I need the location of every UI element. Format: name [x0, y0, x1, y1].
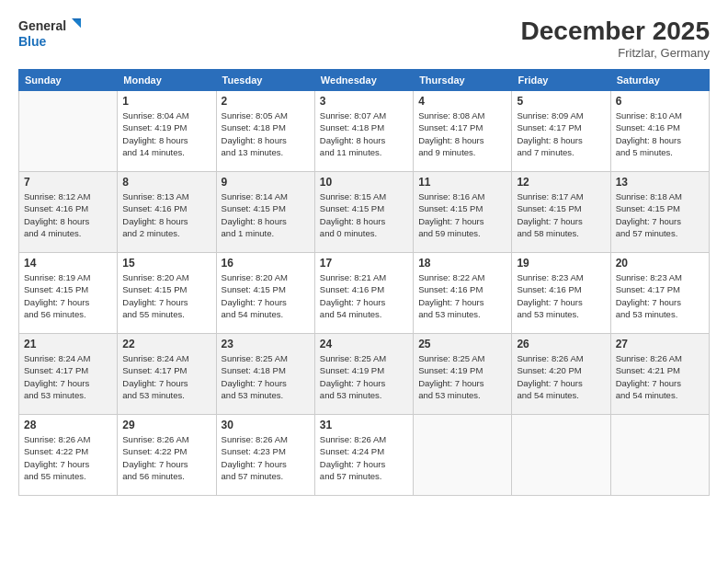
day-info: Sunrise: 8:10 AMSunset: 4:16 PMDaylight:… [616, 109, 704, 158]
day-number: 4 [418, 95, 506, 108]
calendar-cell: 21Sunrise: 8:24 AMSunset: 4:17 PMDayligh… [19, 334, 118, 415]
day-info: Sunrise: 8:24 AMSunset: 4:17 PMDaylight:… [122, 352, 210, 401]
calendar-cell: 20Sunrise: 8:23 AMSunset: 4:17 PMDayligh… [610, 253, 709, 334]
day-info: Sunrise: 8:26 AMSunset: 4:22 PMDaylight:… [24, 433, 112, 482]
day-info: Sunrise: 8:26 AMSunset: 4:23 PMDaylight:… [222, 433, 310, 482]
day-info: Sunrise: 8:23 AMSunset: 4:17 PMDaylight:… [616, 271, 704, 320]
day-info: Sunrise: 8:13 AMSunset: 4:16 PMDaylight:… [122, 190, 210, 239]
calendar-cell: 27Sunrise: 8:26 AMSunset: 4:21 PMDayligh… [610, 334, 709, 415]
day-number: 29 [122, 419, 210, 431]
svg-text:Blue: Blue [18, 34, 47, 49]
day-info: Sunrise: 8:19 AMSunset: 4:15 PMDaylight:… [24, 271, 112, 320]
day-info: Sunrise: 8:22 AMSunset: 4:16 PMDaylight:… [418, 271, 506, 320]
day-info: Sunrise: 8:21 AMSunset: 4:16 PMDaylight:… [320, 271, 408, 320]
day-number: 24 [320, 338, 408, 350]
day-number: 23 [222, 338, 310, 350]
day-info: Sunrise: 8:05 AMSunset: 4:18 PMDaylight:… [222, 109, 310, 158]
day-info: Sunrise: 8:25 AMSunset: 4:19 PMDaylight:… [320, 352, 408, 401]
calendar-cell: 12Sunrise: 8:17 AMSunset: 4:15 PMDayligh… [512, 172, 610, 253]
day-info: Sunrise: 8:20 AMSunset: 4:15 PMDaylight:… [222, 271, 310, 320]
col-sunday: Sunday [19, 70, 118, 91]
col-tuesday: Tuesday [216, 70, 314, 91]
calendar-week-row: 7Sunrise: 8:12 AMSunset: 4:16 PMDaylight… [19, 172, 710, 253]
col-friday: Friday [512, 70, 610, 91]
day-info: Sunrise: 8:15 AMSunset: 4:15 PMDaylight:… [320, 190, 408, 239]
day-number: 7 [24, 176, 112, 189]
day-number: 1 [122, 95, 210, 108]
calendar-week-row: 14Sunrise: 8:19 AMSunset: 4:15 PMDayligh… [19, 253, 710, 334]
day-number: 22 [122, 338, 210, 350]
day-info: Sunrise: 8:14 AMSunset: 4:15 PMDaylight:… [222, 190, 310, 239]
day-info: Sunrise: 8:26 AMSunset: 4:21 PMDaylight:… [616, 352, 704, 401]
day-number: 27 [616, 338, 704, 350]
calendar-cell [414, 415, 512, 496]
day-info: Sunrise: 8:26 AMSunset: 4:24 PMDaylight:… [320, 433, 408, 482]
col-wednesday: Wednesday [314, 70, 413, 91]
calendar-cell: 31Sunrise: 8:26 AMSunset: 4:24 PMDayligh… [314, 415, 413, 496]
day-number: 16 [222, 257, 310, 270]
day-number: 15 [122, 257, 210, 270]
day-number: 3 [320, 95, 408, 108]
col-thursday: Thursday [414, 70, 512, 91]
calendar-cell: 28Sunrise: 8:26 AMSunset: 4:22 PMDayligh… [19, 415, 118, 496]
day-number: 11 [418, 176, 506, 189]
day-number: 5 [517, 95, 605, 108]
header-row: Sunday Monday Tuesday Wednesday Thursday… [19, 70, 710, 91]
calendar-cell [610, 415, 709, 496]
day-number: 12 [517, 176, 605, 189]
month-title: December 2025 [521, 17, 710, 46]
day-number: 21 [24, 338, 112, 350]
day-info: Sunrise: 8:23 AMSunset: 4:16 PMDaylight:… [517, 271, 605, 320]
location: Fritzlar, Germany [521, 46, 710, 60]
day-info: Sunrise: 8:09 AMSunset: 4:17 PMDaylight:… [517, 109, 605, 158]
calendar-cell: 22Sunrise: 8:24 AMSunset: 4:17 PMDayligh… [118, 334, 216, 415]
logo: General Blue [18, 17, 83, 52]
calendar-cell: 6Sunrise: 8:10 AMSunset: 4:16 PMDaylight… [610, 91, 709, 172]
calendar-cell: 4Sunrise: 8:08 AMSunset: 4:17 PMDaylight… [414, 91, 512, 172]
day-info: Sunrise: 8:25 AMSunset: 4:18 PMDaylight:… [222, 352, 310, 401]
day-info: Sunrise: 8:20 AMSunset: 4:15 PMDaylight:… [122, 271, 210, 320]
calendar-cell: 9Sunrise: 8:14 AMSunset: 4:15 PMDaylight… [216, 172, 314, 253]
day-info: Sunrise: 8:12 AMSunset: 4:16 PMDaylight:… [24, 190, 112, 239]
day-number: 2 [222, 95, 310, 108]
svg-marker-3 [74, 20, 81, 28]
calendar-cell [512, 415, 610, 496]
title-block: December 2025 Fritzlar, Germany [521, 17, 710, 60]
day-info: Sunrise: 8:26 AMSunset: 4:22 PMDaylight:… [122, 433, 210, 482]
day-number: 8 [122, 176, 210, 189]
calendar-cell: 7Sunrise: 8:12 AMSunset: 4:16 PMDaylight… [19, 172, 118, 253]
calendar-cell: 8Sunrise: 8:13 AMSunset: 4:16 PMDaylight… [118, 172, 216, 253]
calendar-cell: 19Sunrise: 8:23 AMSunset: 4:16 PMDayligh… [512, 253, 610, 334]
day-number: 19 [517, 257, 605, 270]
day-number: 17 [320, 257, 408, 270]
calendar-cell: 3Sunrise: 8:07 AMSunset: 4:18 PMDaylight… [314, 91, 413, 172]
day-number: 30 [222, 419, 310, 431]
calendar-cell: 5Sunrise: 8:09 AMSunset: 4:17 PMDaylight… [512, 91, 610, 172]
day-number: 9 [222, 176, 310, 189]
calendar-cell: 14Sunrise: 8:19 AMSunset: 4:15 PMDayligh… [19, 253, 118, 334]
day-info: Sunrise: 8:07 AMSunset: 4:18 PMDaylight:… [320, 109, 408, 158]
calendar-cell: 23Sunrise: 8:25 AMSunset: 4:18 PMDayligh… [216, 334, 314, 415]
calendar-cell: 18Sunrise: 8:22 AMSunset: 4:16 PMDayligh… [414, 253, 512, 334]
calendar-cell: 16Sunrise: 8:20 AMSunset: 4:15 PMDayligh… [216, 253, 314, 334]
calendar-cell: 10Sunrise: 8:15 AMSunset: 4:15 PMDayligh… [314, 172, 413, 253]
day-info: Sunrise: 8:04 AMSunset: 4:19 PMDaylight:… [122, 109, 210, 158]
day-info: Sunrise: 8:24 AMSunset: 4:17 PMDaylight:… [24, 352, 112, 401]
day-number: 6 [616, 95, 704, 108]
day-info: Sunrise: 8:08 AMSunset: 4:17 PMDaylight:… [418, 109, 506, 158]
day-number: 31 [320, 419, 408, 431]
calendar-week-row: 28Sunrise: 8:26 AMSunset: 4:22 PMDayligh… [19, 415, 710, 496]
calendar-cell: 15Sunrise: 8:20 AMSunset: 4:15 PMDayligh… [118, 253, 216, 334]
header: General Blue December 2025 Fritzlar, Ger… [18, 17, 710, 60]
day-number: 26 [517, 338, 605, 350]
calendar-cell: 29Sunrise: 8:26 AMSunset: 4:22 PMDayligh… [118, 415, 216, 496]
day-info: Sunrise: 8:17 AMSunset: 4:15 PMDaylight:… [517, 190, 605, 239]
calendar-cell [19, 91, 118, 172]
calendar-cell: 26Sunrise: 8:26 AMSunset: 4:20 PMDayligh… [512, 334, 610, 415]
calendar-cell: 2Sunrise: 8:05 AMSunset: 4:18 PMDaylight… [216, 91, 314, 172]
day-info: Sunrise: 8:25 AMSunset: 4:19 PMDaylight:… [418, 352, 506, 401]
day-number: 10 [320, 176, 408, 189]
day-number: 28 [24, 419, 112, 431]
logo-svg: General Blue [18, 17, 83, 52]
col-saturday: Saturday [610, 70, 709, 91]
